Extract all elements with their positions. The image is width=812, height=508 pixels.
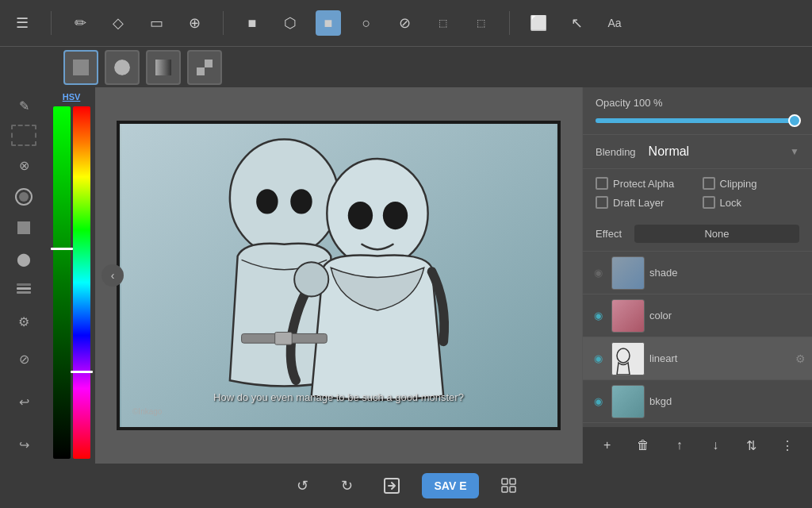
svg-rect-0 — [73, 60, 89, 75]
color-circle-icon[interactable] — [9, 184, 39, 209]
brush-preset-checkered[interactable] — [187, 50, 222, 85]
pencil-tool[interactable]: ✏ — [67, 10, 93, 36]
opacity-thumb[interactable] — [788, 114, 801, 127]
selection-sidebar-icon[interactable] — [11, 125, 36, 146]
transform-tool[interactable]: ⊕ — [182, 10, 207, 36]
draft-layer-checkbox[interactable]: Draft Layer — [596, 196, 693, 209]
clipping-label: Clipping — [720, 178, 757, 190]
move-down-button[interactable]: ↓ — [703, 433, 728, 458]
layer-shade-visibility-icon[interactable]: ◉ — [589, 264, 607, 282]
brush-preset-soft-round[interactable] — [105, 50, 140, 85]
opacity-slider[interactable] — [596, 118, 799, 125]
undo-sidebar-icon[interactable]: ↩ — [9, 390, 39, 414]
canvas-back-button[interactable]: ‹ — [102, 264, 124, 287]
more-options-button[interactable]: ⋮ — [775, 433, 800, 458]
layer-color[interactable]: ◉ color — [583, 294, 812, 337]
fill-color-tool[interactable]: ■ — [239, 10, 265, 36]
green-strip-handle[interactable] — [51, 248, 73, 250]
layer-color-visibility-icon[interactable]: ◉ — [589, 307, 607, 325]
protect-alpha-checkbox[interactable]: Protect Alpha — [596, 177, 693, 190]
canvas-area[interactable]: ‹ — [95, 87, 582, 464]
square-icon[interactable] — [9, 215, 39, 240]
brush-tool[interactable]: ■ — [316, 10, 341, 36]
svg-point-18 — [327, 159, 427, 267]
svg-point-21 — [383, 202, 408, 229]
blending-value[interactable]: Normal — [649, 144, 690, 159]
lock-checkbox[interactable]: Lock — [703, 196, 800, 209]
eyedropper-sidebar-icon[interactable]: ⊘ — [9, 347, 39, 371]
save-button[interactable]: SAV E — [422, 473, 480, 498]
layer-bkgd[interactable]: ◉ bkgd — [583, 380, 812, 423]
undo-button[interactable]: ↺ — [289, 471, 317, 500]
blending-label: Blending — [596, 146, 636, 158]
lasso-tool[interactable]: ⬚ — [468, 10, 493, 36]
svg-rect-3 — [155, 60, 171, 75]
blending-arrow-icon[interactable]: ▼ — [790, 146, 799, 157]
separator-2 — [223, 11, 224, 35]
effect-value[interactable]: None — [634, 225, 799, 243]
brush-preset-gradient[interactable] — [146, 50, 181, 85]
effect-row: Effect None — [583, 217, 812, 252]
layer-lineart-visibility-icon[interactable]: ◉ — [589, 350, 607, 368]
selection-tool[interactable]: ▭ — [144, 10, 169, 36]
grid-button[interactable] — [495, 471, 523, 500]
bucket-tool[interactable]: ⬡ — [278, 10, 303, 36]
layer-bkgd-visibility-icon[interactable]: ◉ — [589, 393, 607, 410]
canvas-image[interactable]: How do you even manage to be such a good… — [117, 121, 561, 430]
text-tool[interactable]: Aa — [602, 10, 627, 36]
selection-rect-tool[interactable]: ⬚ — [430, 10, 455, 36]
layer-color-name: color — [649, 310, 806, 321]
share-button[interactable] — [377, 471, 406, 500]
eyedropper-tool[interactable]: ⊘ — [392, 10, 417, 36]
draft-layer-box[interactable] — [596, 196, 608, 209]
layer-lineart-gear-icon[interactable]: ⚙ — [795, 352, 806, 365]
menu-icon[interactable]: ☰ — [10, 10, 35, 36]
settings-icon[interactable]: ⚙ — [9, 309, 39, 333]
redo-button[interactable]: ↻ — [333, 471, 362, 500]
clipping-box[interactable] — [703, 177, 715, 190]
layer-lineart[interactable]: ◉ lineart ⚙ — [583, 337, 812, 380]
svg-rect-27 — [502, 479, 508, 484]
svg-rect-29 — [502, 487, 508, 492]
redo-sidebar-icon[interactable]: ↪ — [9, 433, 39, 457]
edit-icon[interactable]: ✎ — [9, 94, 39, 118]
protect-alpha-label: Protect Alpha — [613, 178, 674, 190]
eraser-tool[interactable]: ◇ — [105, 10, 131, 36]
opacity-track — [596, 118, 799, 123]
layers-icon[interactable] — [9, 278, 39, 302]
hue-strip-handle[interactable] — [71, 371, 93, 373]
blending-row: Blending Normal ▼ — [596, 144, 799, 159]
add-layer-button[interactable]: + — [595, 433, 620, 458]
palette-icon[interactable]: ⬤ — [9, 247, 39, 271]
protect-alpha-box[interactable] — [596, 177, 608, 190]
green-saturation-strip[interactable] — [53, 106, 71, 459]
hue-strip[interactable] — [73, 106, 90, 459]
clipboard-tool[interactable]: ⬜ — [526, 10, 551, 36]
smudge-tool[interactable]: ○ — [354, 10, 379, 36]
bottom-toolbar: ↺ ↻ SAV E — [0, 464, 812, 508]
clipping-checkbox[interactable]: Clipping — [703, 177, 800, 190]
svg-point-2 — [114, 60, 130, 75]
layer-options-grid: Protect Alpha Clipping Draft Layer Lock — [583, 169, 812, 217]
svg-rect-11 — [17, 291, 31, 294]
blend-icon[interactable]: ⊗ — [9, 152, 39, 177]
merge-button[interactable]: ⇅ — [739, 433, 764, 458]
opacity-label: Opacity 100 % — [596, 97, 663, 109]
opacity-row: Opacity 100 % — [596, 97, 799, 109]
layer-shade-name: shade — [649, 267, 806, 279]
delete-layer-button[interactable]: 🗑 — [630, 433, 656, 458]
canvas-watermark: ©Inkago — [132, 407, 162, 416]
layer-bkgd-name: bkgd — [649, 395, 806, 407]
svg-rect-12 — [17, 283, 31, 286]
hsv-mode-label[interactable]: HSV — [63, 92, 81, 102]
effect-label: Effect — [596, 228, 622, 240]
lock-box[interactable] — [703, 196, 715, 209]
svg-rect-23 — [275, 333, 293, 345]
top-toolbar: ☰ ✏ ◇ ▭ ⊕ ■ ⬡ ■ ○ ⊘ ⬚ ⬚ ⬜ ↖ Aa — [0, 0, 812, 46]
cursor-tool[interactable]: ↖ — [564, 10, 589, 36]
layer-shade[interactable]: ◉ shade — [583, 252, 812, 294]
left-sidebar: ✎ ⊗ ⬤ ⚙ ⊘ ↩ ↪ — [0, 87, 48, 464]
move-up-button[interactable]: ↑ — [667, 433, 692, 458]
brush-preset-hard-square[interactable] — [63, 50, 98, 85]
brush-presets-toolbar — [0, 46, 812, 87]
